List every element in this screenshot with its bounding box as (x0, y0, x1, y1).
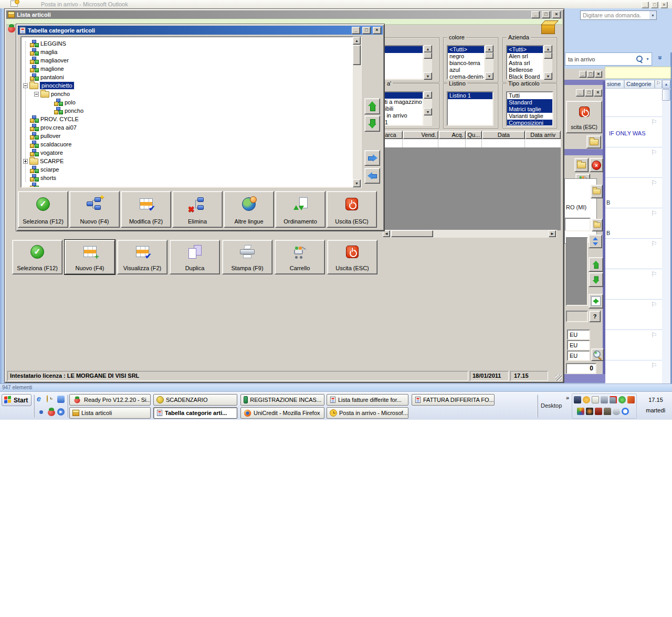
dialog-titlebar[interactable]: Tabella categorie articoli _ □ × (18, 26, 383, 35)
list-item[interactable]: Alen srl (507, 53, 543, 60)
tree-item-label[interactable]: magliaover (40, 57, 69, 63)
list-item[interactable]: Matrici taglie (507, 106, 552, 113)
outlook-titlebar[interactable]: Posta in arrivo - Microsoft Outlook _ □ … (0, 0, 672, 8)
side-folder-button[interactable] (592, 219, 603, 231)
dialog-elimina-button[interactable]: ✖ Elimina (172, 191, 223, 228)
tree-item-partial[interactable] (30, 182, 39, 188)
mail-flag-icon[interactable]: ⚐ (651, 118, 657, 126)
tree-item[interactable]: prov.crea ai07 (30, 123, 77, 132)
mail-header-col-categorie[interactable]: Categorie (624, 80, 655, 89)
tree-item[interactable]: pantaloni (30, 73, 64, 81)
scroll-thumb[interactable] (353, 45, 361, 65)
expand-chevron-icon[interactable]: » (656, 56, 665, 60)
search-dropdown-icon[interactable]: ▼ (644, 57, 652, 61)
move-up-button[interactable] (364, 98, 380, 114)
tree-item-label[interactable]: shorts (40, 175, 56, 181)
tree-item[interactable]: PROV. CYCLE (30, 115, 79, 123)
outlook-minimize-button[interactable]: _ (642, 2, 649, 8)
side-zoom-button[interactable]: + (591, 348, 604, 361)
search-icon[interactable] (636, 56, 644, 63)
side-delete-button[interactable]: × (590, 158, 603, 172)
results-empty-row[interactable] (378, 139, 561, 147)
task-posta-outlook[interactable]: Posta in arrivo - Microsof... (327, 407, 408, 419)
dialog-ordinamento-button[interactable]: Ordinamento (275, 191, 326, 228)
clock[interactable]: 17.15 martedì (640, 393, 671, 419)
scroll-thumb[interactable] (544, 52, 552, 59)
list-item[interactable]: bianco-terra (448, 60, 484, 67)
task-scadenzario[interactable]: SCADENZARIO (153, 394, 237, 406)
inner2-minimize-button[interactable]: _ (576, 89, 584, 97)
scroll-thumb[interactable] (424, 52, 432, 59)
outlook-ask-box[interactable]: Digitare una domanda. ▼ (580, 10, 657, 20)
task-tabella-categorie[interactable]: Tabella categorie arti... (153, 407, 237, 419)
column-header-data[interactable]: Data (482, 131, 525, 139)
side-folder-button[interactable] (591, 185, 603, 198)
outlook-close-button[interactable]: × (660, 2, 668, 8)
tree-item[interactable]: pullover (30, 132, 61, 140)
tree-item[interactable]: LEGGINS (30, 39, 66, 48)
side-help-button[interactable]: ? (589, 311, 601, 322)
indent-left-button[interactable] (364, 168, 380, 184)
list-item[interactable]: Tutti (507, 92, 552, 99)
tray-icon-10[interactable] (595, 408, 602, 415)
list-item[interactable]: Listino 1 (448, 92, 492, 99)
quicklaunch-grip[interactable] (33, 395, 35, 418)
scroll-down-button[interactable]: ▼ (353, 179, 361, 187)
tree-item-label[interactable]: polo (65, 99, 76, 105)
list-item[interactable]: Bellerose (507, 67, 543, 73)
side-up-button[interactable] (589, 257, 603, 272)
column-header-data-arrivo[interactable]: Data arriv (525, 131, 561, 139)
tree-item-label[interactable]: poncho (65, 108, 83, 114)
scroll-thumb[interactable] (391, 230, 433, 237)
tray-icon-5[interactable] (610, 396, 617, 403)
column-header-qu[interactable]: Qu... (466, 131, 482, 139)
scroll-down-button[interactable]: ▼ (544, 72, 552, 80)
category-tree-panel[interactable]: LEGGINS maglia magliaover maglione panta… (20, 36, 362, 188)
quicklaunch-app-icon[interactable] (57, 396, 65, 403)
tree-item[interactable]: SCARPE (23, 157, 64, 165)
expand-icon[interactable] (23, 159, 28, 164)
side-field[interactable] (564, 218, 591, 231)
tree-item[interactable]: poncho (34, 90, 70, 98)
tree-item[interactable]: sciarpe (30, 165, 59, 174)
scroll-right-button[interactable]: ► (549, 230, 556, 237)
list-item[interactable]: azul (448, 67, 484, 73)
lista-maximize-button[interactable]: □ (542, 11, 550, 18)
desktop-label[interactable]: Desktop (541, 402, 562, 409)
task-registrazione[interactable]: REGISTRAZIONE INCAS... (240, 394, 324, 406)
side-folder-button[interactable] (586, 135, 601, 148)
list-item[interactable]: <Tutti> (507, 46, 543, 53)
task-fattura-differita[interactable]: FATTURA DIFFERITA FO... (412, 394, 495, 406)
tree-item[interactable]: vogatore (30, 148, 63, 157)
lista-seleziona-button[interactable]: ✓ Seleziona (F12) (12, 240, 62, 274)
lista-stampa-button[interactable]: Stampa (F9) (222, 240, 272, 274)
mail-flag-icon[interactable]: ⚐ (651, 148, 657, 156)
tray-icon-6[interactable] (618, 396, 626, 403)
side-eu-field[interactable]: EU (567, 340, 590, 350)
inner-minimize-button[interactable]: _ (579, 71, 586, 78)
collapse-icon[interactable] (34, 92, 39, 97)
dialog-minimize-button[interactable]: _ (352, 27, 360, 34)
tree-item-label[interactable]: pantaloni (40, 74, 64, 80)
mail-flag-icon[interactable]: ⚐ (651, 240, 657, 248)
listino-list[interactable]: Listino 1 (447, 91, 494, 126)
tree-item-label[interactable]: sciarpe (40, 166, 59, 173)
tray-icon-11[interactable] (604, 408, 611, 415)
mail-flag-icon[interactable]: ⚐ (651, 209, 657, 217)
colore-list[interactable]: <Tutti> negro bianco-terra azul crema-de… (447, 45, 485, 80)
scroll-down-button[interactable]: ▼ (485, 72, 494, 80)
tray-icon-8[interactable] (577, 408, 584, 415)
lista-nuovo-button[interactable]: + Nuovo (F4) (65, 240, 115, 274)
tree-item-label[interactable]: vogatore (40, 150, 63, 156)
dialog-uscita-button[interactable]: Uscita (ESC) (327, 191, 377, 228)
table-h-scrollbar[interactable]: ◄ ► (383, 230, 557, 238)
azienda-scrollbar[interactable]: ▲ ▼ (544, 45, 552, 80)
lista-titlebar[interactable]: Lista articoli _ □ × (6, 10, 562, 19)
tree-item[interactable]: poncho (54, 107, 83, 115)
side-folder-button[interactable] (574, 158, 589, 172)
tree-item-label[interactable]: PROV. CYCLE (40, 116, 79, 122)
scroll-up-button[interactable]: ▲ (544, 45, 552, 52)
list-item[interactable]: crema-denim-sen (448, 73, 484, 80)
list-item[interactable]: Varianti taglie (507, 113, 552, 120)
disponibilita-scrollbar[interactable]: ▲ ▼ (424, 91, 432, 126)
